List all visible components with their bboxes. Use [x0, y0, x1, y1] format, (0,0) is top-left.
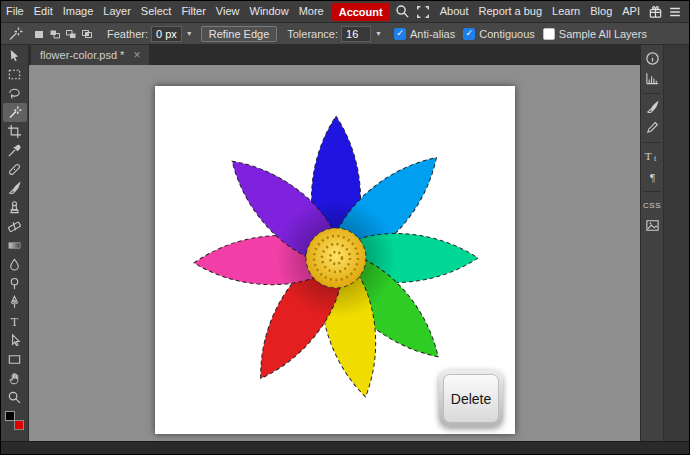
canvas-area[interactable]: Delete — [29, 65, 640, 441]
type-tool[interactable]: T — [3, 312, 27, 331]
move-tool[interactable] — [3, 46, 27, 65]
refine-edge-button[interactable]: Refine Edge — [201, 26, 278, 42]
right-panel: T t ¶ CSS — [640, 45, 689, 441]
tolerance-input[interactable]: 16 — [341, 26, 371, 42]
rectangle-select-tool[interactable] — [3, 65, 27, 84]
blur-tool[interactable] — [3, 255, 27, 274]
eyedropper-tool[interactable] — [3, 141, 27, 160]
contiguous-checkbox[interactable] — [463, 28, 475, 40]
background-color-swatch[interactable] — [14, 420, 24, 430]
gradient-tool[interactable] — [3, 236, 27, 255]
rectangle-shape-tool[interactable] — [3, 350, 27, 369]
panel-separator — [643, 191, 661, 192]
menu-report-a-bug[interactable]: Report a bug — [473, 1, 547, 22]
spot-heal-tool[interactable] — [3, 160, 27, 179]
subtract-selection-icon[interactable] — [63, 26, 79, 42]
delete-key-label: Delete — [443, 374, 499, 423]
zoom-tool[interactable] — [3, 388, 27, 407]
menu-right-group: About Report a bug Learn Blog API — [435, 1, 689, 22]
delete-key-graphic: Delete — [439, 370, 503, 427]
panel-separator — [643, 93, 661, 94]
panel-icon-strip: T t ¶ CSS — [641, 45, 664, 441]
tool-options-bar: Feather: 0 px ▼ Refine Edge Tolerance: 1… — [1, 23, 689, 45]
sample-all-layers-checkbox[interactable] — [543, 28, 555, 40]
menu-filter[interactable]: Filter — [176, 1, 210, 22]
feather-input[interactable]: 0 px — [151, 26, 182, 42]
menu-edit[interactable]: Edit — [29, 1, 58, 22]
menu-about[interactable]: About — [435, 1, 474, 22]
anti-alias-label: Anti-alias — [410, 28, 455, 40]
hand-tool[interactable] — [3, 369, 27, 388]
menu-window[interactable]: Window — [245, 1, 294, 22]
sample-all-layers-label: Sample All Layers — [559, 28, 647, 40]
character-panel-icon[interactable]: T t — [642, 147, 662, 166]
menu-view[interactable]: View — [211, 1, 245, 22]
clone-stamp-tool[interactable] — [3, 198, 27, 217]
css-panel-button[interactable]: CSS — [642, 196, 662, 215]
menu-image[interactable]: Image — [58, 1, 99, 22]
brush-settings-icon[interactable] — [642, 98, 662, 117]
magic-wand-icon — [1, 26, 29, 42]
status-bar — [1, 441, 689, 454]
add-selection-icon[interactable] — [47, 26, 63, 42]
lasso-tool[interactable] — [3, 84, 27, 103]
contiguous-label: Contiguous — [479, 28, 535, 40]
eraser-tool[interactable] — [3, 217, 27, 236]
tolerance-dropdown-icon[interactable]: ▼ — [371, 30, 386, 37]
crop-tool[interactable] — [3, 122, 27, 141]
menu-learn[interactable]: Learn — [547, 1, 585, 22]
histogram-icon[interactable] — [642, 69, 662, 88]
menu-more[interactable]: More — [294, 1, 329, 22]
intersect-selection-icon[interactable] — [79, 26, 95, 42]
svg-text:t: t — [654, 153, 657, 163]
document-tab-title: flower-color.psd * — [40, 49, 124, 61]
foreground-color-swatch[interactable] — [5, 411, 15, 421]
anti-alias-checkbox[interactable] — [394, 28, 406, 40]
magic-wand-tool[interactable] — [3, 103, 27, 122]
menu-blog[interactable]: Blog — [585, 1, 617, 22]
menu-file[interactable]: File — [1, 1, 29, 22]
svg-text:T: T — [645, 150, 652, 162]
tool-bar: T — [1, 45, 29, 441]
css-label: CSS — [643, 201, 661, 210]
panel-separator — [643, 142, 661, 143]
svg-text:T: T — [11, 315, 19, 329]
menu-api[interactable]: API — [617, 1, 645, 22]
account-button[interactable]: Account — [332, 3, 390, 21]
document-tab[interactable]: flower-color.psd * × — [31, 45, 150, 65]
selection-mode-icons — [31, 26, 95, 42]
pencil-icon[interactable] — [642, 118, 662, 137]
tab-close-icon[interactable]: × — [133, 48, 140, 62]
color-swatches[interactable] — [5, 411, 24, 430]
document-tab-bar: flower-color.psd * × — [29, 45, 640, 65]
menu-icon[interactable] — [665, 2, 685, 22]
menu-layer[interactable]: Layer — [98, 1, 136, 22]
path-select-tool[interactable] — [3, 331, 27, 350]
menu-bar: File Edit Image Layer Select Filter View… — [1, 1, 689, 23]
tolerance-label: Tolerance: — [287, 28, 338, 40]
fullscreen-icon[interactable] — [413, 2, 433, 22]
info-icon[interactable] — [642, 49, 662, 68]
search-icon[interactable] — [393, 2, 413, 22]
photopea-window: File Edit Image Layer Select Filter View… — [0, 0, 690, 455]
new-selection-icon[interactable] — [31, 26, 47, 42]
brush-tool[interactable] — [3, 179, 27, 198]
image-panel-icon[interactable] — [642, 216, 662, 235]
feather-label: Feather: — [107, 28, 148, 40]
paragraph-panel-icon[interactable]: ¶ — [642, 167, 662, 186]
gift-icon[interactable] — [645, 2, 665, 22]
document-canvas[interactable]: Delete — [155, 86, 515, 434]
menu-select[interactable]: Select — [136, 1, 177, 22]
pen-tool[interactable] — [3, 293, 27, 312]
svg-text:¶: ¶ — [649, 171, 654, 183]
panel-empty-area — [664, 45, 689, 441]
feather-dropdown-icon[interactable]: ▼ — [182, 30, 197, 37]
dodge-tool[interactable] — [3, 274, 27, 293]
